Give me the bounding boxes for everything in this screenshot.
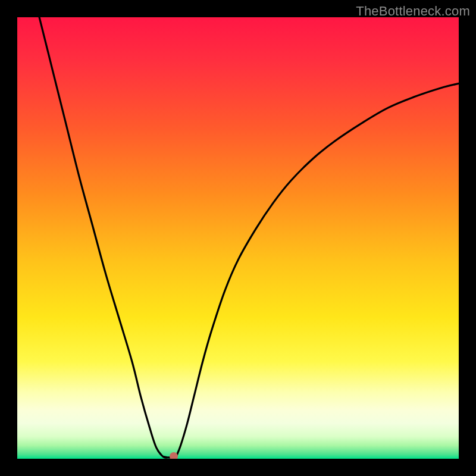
bottleneck-curve xyxy=(17,17,459,459)
chart-plot-area xyxy=(17,17,459,459)
watermark-text: TheBottleneck.com xyxy=(356,4,470,19)
optimal-point-marker xyxy=(170,452,178,459)
chart-frame: TheBottleneck.com xyxy=(0,0,476,476)
